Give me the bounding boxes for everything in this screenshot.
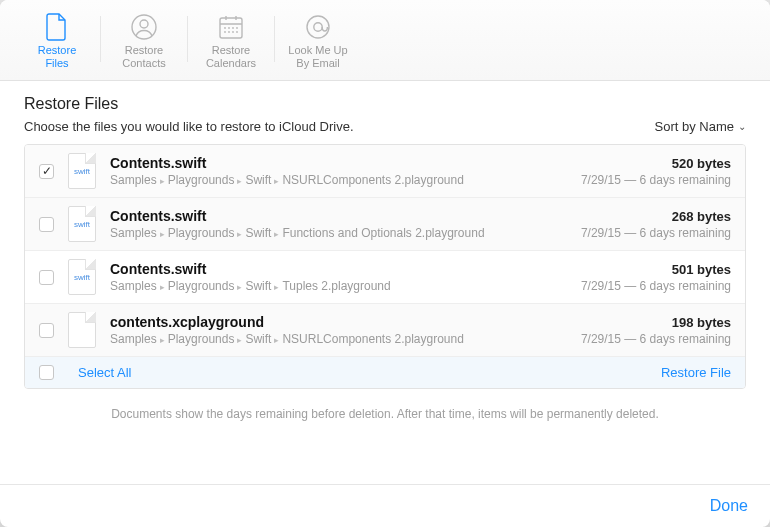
file-size: 198 bytes <box>581 315 731 330</box>
page-title: Restore Files <box>24 95 746 113</box>
file-date: 7/29/15 — 6 days remaining <box>581 173 731 187</box>
file-size: 268 bytes <box>581 209 731 224</box>
file-icon <box>46 12 68 42</box>
file-checkbox[interactable] <box>39 323 54 338</box>
svg-point-11 <box>228 31 230 33</box>
svg-point-9 <box>236 27 238 29</box>
separator <box>274 16 275 62</box>
file-name: Contents.swift <box>110 208 569 224</box>
file-row[interactable]: contents.xcplaygroundSamples▸Playgrounds… <box>25 304 745 357</box>
file-meta: Contents.swiftSamples▸Playgrounds▸Swift▸… <box>110 261 569 293</box>
file-path: Samples▸Playgrounds▸Swift▸Functions and … <box>110 226 569 240</box>
file-row[interactable]: swiftContents.swiftSamples▸Playgrounds▸S… <box>25 145 745 198</box>
file-right: 520 bytes7/29/15 — 6 days remaining <box>581 156 731 187</box>
file-meta: Contents.swiftSamples▸Playgrounds▸Swift▸… <box>110 208 569 240</box>
tab-look-me-up[interactable]: Look Me Up By Email <box>279 10 357 74</box>
restore-file-button[interactable]: Restore File <box>661 365 731 380</box>
file-meta: contents.xcplaygroundSamples▸Playgrounds… <box>110 314 569 346</box>
file-checkbox[interactable] <box>39 217 54 232</box>
file-icon <box>68 312 96 348</box>
file-icon: swift <box>68 259 96 295</box>
svg-point-1 <box>140 20 148 28</box>
file-name: contents.xcplayground <box>110 314 569 330</box>
file-date: 7/29/15 — 6 days remaining <box>581 226 731 240</box>
subheader-row: Choose the files you would like to resto… <box>24 119 746 134</box>
tab-label: Look Me Up By Email <box>288 44 347 70</box>
file-ext-label: swift <box>74 167 90 176</box>
svg-point-6 <box>224 27 226 29</box>
tab-label: Restore Contacts <box>122 44 165 70</box>
file-checkbox[interactable] <box>39 164 54 179</box>
svg-point-10 <box>224 31 226 33</box>
deletion-note: Documents show the days remaining before… <box>24 389 746 439</box>
svg-point-13 <box>236 31 238 33</box>
file-meta: Contents.swiftSamples▸Playgrounds▸Swift▸… <box>110 155 569 187</box>
toolbar: Restore Files Restore Contacts Restore C… <box>0 0 770 81</box>
file-size: 520 bytes <box>581 156 731 171</box>
page-subtitle: Choose the files you would like to resto… <box>24 119 354 134</box>
file-date: 7/29/15 — 6 days remaining <box>581 279 731 293</box>
list-footer: Select All Restore File <box>25 357 745 388</box>
file-size: 501 bytes <box>581 262 731 277</box>
file-right: 198 bytes7/29/15 — 6 days remaining <box>581 315 731 346</box>
tab-restore-files[interactable]: Restore Files <box>18 10 96 74</box>
done-button[interactable]: Done <box>710 497 748 515</box>
svg-point-15 <box>314 23 322 31</box>
file-path: Samples▸Playgrounds▸Swift▸Tuples 2.playg… <box>110 279 569 293</box>
separator <box>187 16 188 62</box>
file-ext-label: swift <box>74 220 90 229</box>
svg-point-12 <box>232 31 234 33</box>
svg-point-7 <box>228 27 230 29</box>
file-checkbox[interactable] <box>39 270 54 285</box>
tab-label: Restore Files <box>38 44 77 70</box>
file-right: 268 bytes7/29/15 — 6 days remaining <box>581 209 731 240</box>
at-icon <box>305 12 331 42</box>
contact-icon <box>131 12 157 42</box>
bottom-bar: Done <box>0 484 770 527</box>
file-path: Samples▸Playgrounds▸Swift▸NSURLComponent… <box>110 173 569 187</box>
file-name: Contents.swift <box>110 261 569 277</box>
restore-files-sheet: Restore Files Restore Contacts Restore C… <box>0 0 770 527</box>
tab-restore-contacts[interactable]: Restore Contacts <box>105 10 183 74</box>
select-all-label: Select All <box>78 365 131 380</box>
calendar-icon <box>218 12 244 42</box>
separator <box>100 16 101 62</box>
tab-label: Restore Calendars <box>206 44 256 70</box>
file-list: swiftContents.swiftSamples▸Playgrounds▸S… <box>24 144 746 389</box>
file-name: Contents.swift <box>110 155 569 171</box>
svg-rect-2 <box>220 18 242 38</box>
svg-point-14 <box>307 16 329 38</box>
file-icon: swift <box>68 206 96 242</box>
file-row[interactable]: swiftContents.swiftSamples▸Playgrounds▸S… <box>25 198 745 251</box>
chevron-down-icon: ⌄ <box>738 121 746 132</box>
file-row[interactable]: swiftContents.swiftSamples▸Playgrounds▸S… <box>25 251 745 304</box>
select-all-button[interactable]: Select All <box>39 365 131 380</box>
file-right: 501 bytes7/29/15 — 6 days remaining <box>581 262 731 293</box>
file-ext-label: swift <box>74 273 90 282</box>
file-date: 7/29/15 — 6 days remaining <box>581 332 731 346</box>
svg-point-8 <box>232 27 234 29</box>
sort-dropdown[interactable]: Sort by Name ⌄ <box>655 119 746 134</box>
sort-label: Sort by Name <box>655 119 734 134</box>
tab-restore-calendars[interactable]: Restore Calendars <box>192 10 270 74</box>
content-area: Restore Files Choose the files you would… <box>0 81 770 484</box>
file-icon: swift <box>68 153 96 189</box>
select-all-checkbox[interactable] <box>39 365 54 380</box>
file-path: Samples▸Playgrounds▸Swift▸NSURLComponent… <box>110 332 569 346</box>
